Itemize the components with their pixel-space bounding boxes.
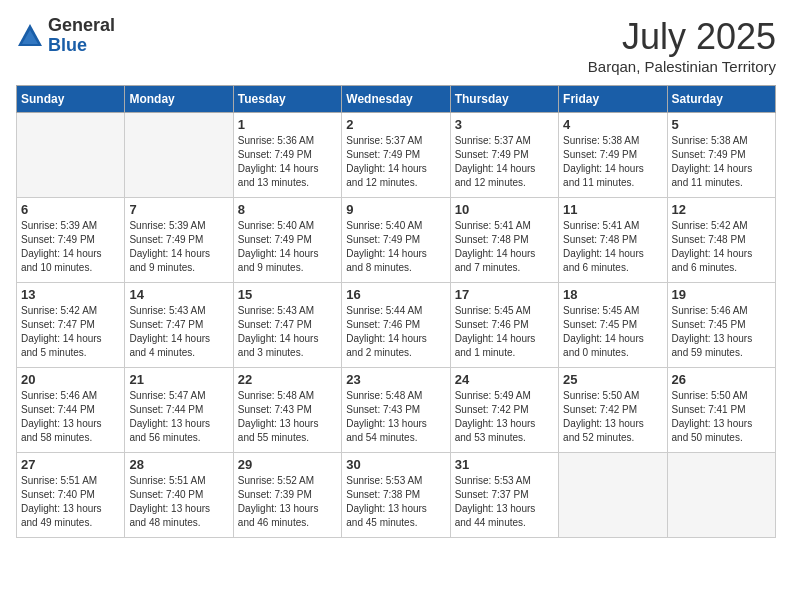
cell-info: Sunrise: 5:50 AMSunset: 7:42 PMDaylight:… — [563, 390, 644, 443]
day-number: 16 — [346, 287, 445, 302]
cell-info: Sunrise: 5:37 AMSunset: 7:49 PMDaylight:… — [346, 135, 427, 188]
cell-info: Sunrise: 5:47 AMSunset: 7:44 PMDaylight:… — [129, 390, 210, 443]
weekday-header-saturday: Saturday — [667, 86, 775, 113]
calendar-week-row: 13Sunrise: 5:42 AMSunset: 7:47 PMDayligh… — [17, 283, 776, 368]
calendar-cell: 15Sunrise: 5:43 AMSunset: 7:47 PMDayligh… — [233, 283, 341, 368]
calendar-cell: 21Sunrise: 5:47 AMSunset: 7:44 PMDayligh… — [125, 368, 233, 453]
day-number: 4 — [563, 117, 662, 132]
title-block: July 2025 Barqan, Palestinian Territory — [588, 16, 776, 75]
calendar-cell: 2Sunrise: 5:37 AMSunset: 7:49 PMDaylight… — [342, 113, 450, 198]
calendar-week-row: 1Sunrise: 5:36 AMSunset: 7:49 PMDaylight… — [17, 113, 776, 198]
day-number: 14 — [129, 287, 228, 302]
cell-info: Sunrise: 5:37 AMSunset: 7:49 PMDaylight:… — [455, 135, 536, 188]
calendar-week-row: 20Sunrise: 5:46 AMSunset: 7:44 PMDayligh… — [17, 368, 776, 453]
day-number: 15 — [238, 287, 337, 302]
weekday-header-monday: Monday — [125, 86, 233, 113]
cell-info: Sunrise: 5:53 AMSunset: 7:37 PMDaylight:… — [455, 475, 536, 528]
cell-info: Sunrise: 5:52 AMSunset: 7:39 PMDaylight:… — [238, 475, 319, 528]
cell-info: Sunrise: 5:39 AMSunset: 7:49 PMDaylight:… — [129, 220, 210, 273]
day-number: 21 — [129, 372, 228, 387]
logo-general-text: General — [48, 16, 115, 36]
month-title: July 2025 — [588, 16, 776, 58]
day-number: 3 — [455, 117, 554, 132]
cell-info: Sunrise: 5:51 AMSunset: 7:40 PMDaylight:… — [129, 475, 210, 528]
calendar-cell — [667, 453, 775, 538]
calendar-cell: 10Sunrise: 5:41 AMSunset: 7:48 PMDayligh… — [450, 198, 558, 283]
cell-info: Sunrise: 5:42 AMSunset: 7:47 PMDaylight:… — [21, 305, 102, 358]
calendar-cell: 14Sunrise: 5:43 AMSunset: 7:47 PMDayligh… — [125, 283, 233, 368]
day-number: 31 — [455, 457, 554, 472]
calendar-cell: 23Sunrise: 5:48 AMSunset: 7:43 PMDayligh… — [342, 368, 450, 453]
weekday-header-wednesday: Wednesday — [342, 86, 450, 113]
cell-info: Sunrise: 5:45 AMSunset: 7:46 PMDaylight:… — [455, 305, 536, 358]
day-number: 22 — [238, 372, 337, 387]
calendar-cell: 7Sunrise: 5:39 AMSunset: 7:49 PMDaylight… — [125, 198, 233, 283]
weekday-header-row: SundayMondayTuesdayWednesdayThursdayFrid… — [17, 86, 776, 113]
logo: General Blue — [16, 16, 115, 56]
calendar-cell: 3Sunrise: 5:37 AMSunset: 7:49 PMDaylight… — [450, 113, 558, 198]
cell-info: Sunrise: 5:43 AMSunset: 7:47 PMDaylight:… — [238, 305, 319, 358]
cell-info: Sunrise: 5:36 AMSunset: 7:49 PMDaylight:… — [238, 135, 319, 188]
day-number: 26 — [672, 372, 771, 387]
calendar-cell: 20Sunrise: 5:46 AMSunset: 7:44 PMDayligh… — [17, 368, 125, 453]
day-number: 13 — [21, 287, 120, 302]
calendar-cell: 4Sunrise: 5:38 AMSunset: 7:49 PMDaylight… — [559, 113, 667, 198]
calendar-week-row: 6Sunrise: 5:39 AMSunset: 7:49 PMDaylight… — [17, 198, 776, 283]
cell-info: Sunrise: 5:51 AMSunset: 7:40 PMDaylight:… — [21, 475, 102, 528]
cell-info: Sunrise: 5:45 AMSunset: 7:45 PMDaylight:… — [563, 305, 644, 358]
weekday-header-tuesday: Tuesday — [233, 86, 341, 113]
calendar-cell: 9Sunrise: 5:40 AMSunset: 7:49 PMDaylight… — [342, 198, 450, 283]
cell-info: Sunrise: 5:40 AMSunset: 7:49 PMDaylight:… — [238, 220, 319, 273]
calendar-cell: 8Sunrise: 5:40 AMSunset: 7:49 PMDaylight… — [233, 198, 341, 283]
cell-info: Sunrise: 5:39 AMSunset: 7:49 PMDaylight:… — [21, 220, 102, 273]
weekday-header-friday: Friday — [559, 86, 667, 113]
logo-blue-text: Blue — [48, 36, 115, 56]
cell-info: Sunrise: 5:42 AMSunset: 7:48 PMDaylight:… — [672, 220, 753, 273]
day-number: 9 — [346, 202, 445, 217]
calendar-cell: 18Sunrise: 5:45 AMSunset: 7:45 PMDayligh… — [559, 283, 667, 368]
cell-info: Sunrise: 5:43 AMSunset: 7:47 PMDaylight:… — [129, 305, 210, 358]
calendar-cell: 16Sunrise: 5:44 AMSunset: 7:46 PMDayligh… — [342, 283, 450, 368]
calendar-cell: 5Sunrise: 5:38 AMSunset: 7:49 PMDaylight… — [667, 113, 775, 198]
day-number: 28 — [129, 457, 228, 472]
calendar-cell — [559, 453, 667, 538]
calendar-cell: 12Sunrise: 5:42 AMSunset: 7:48 PMDayligh… — [667, 198, 775, 283]
day-number: 30 — [346, 457, 445, 472]
day-number: 19 — [672, 287, 771, 302]
day-number: 1 — [238, 117, 337, 132]
day-number: 23 — [346, 372, 445, 387]
day-number: 10 — [455, 202, 554, 217]
cell-info: Sunrise: 5:38 AMSunset: 7:49 PMDaylight:… — [563, 135, 644, 188]
day-number: 27 — [21, 457, 120, 472]
day-number: 29 — [238, 457, 337, 472]
day-number: 7 — [129, 202, 228, 217]
day-number: 6 — [21, 202, 120, 217]
calendar-cell: 19Sunrise: 5:46 AMSunset: 7:45 PMDayligh… — [667, 283, 775, 368]
day-number: 2 — [346, 117, 445, 132]
day-number: 11 — [563, 202, 662, 217]
cell-info: Sunrise: 5:41 AMSunset: 7:48 PMDaylight:… — [563, 220, 644, 273]
calendar-cell: 27Sunrise: 5:51 AMSunset: 7:40 PMDayligh… — [17, 453, 125, 538]
calendar-cell: 6Sunrise: 5:39 AMSunset: 7:49 PMDaylight… — [17, 198, 125, 283]
cell-info: Sunrise: 5:46 AMSunset: 7:45 PMDaylight:… — [672, 305, 753, 358]
calendar-cell: 26Sunrise: 5:50 AMSunset: 7:41 PMDayligh… — [667, 368, 775, 453]
calendar-cell: 31Sunrise: 5:53 AMSunset: 7:37 PMDayligh… — [450, 453, 558, 538]
cell-info: Sunrise: 5:48 AMSunset: 7:43 PMDaylight:… — [238, 390, 319, 443]
day-number: 20 — [21, 372, 120, 387]
cell-info: Sunrise: 5:40 AMSunset: 7:49 PMDaylight:… — [346, 220, 427, 273]
calendar-cell: 30Sunrise: 5:53 AMSunset: 7:38 PMDayligh… — [342, 453, 450, 538]
calendar-cell: 17Sunrise: 5:45 AMSunset: 7:46 PMDayligh… — [450, 283, 558, 368]
cell-info: Sunrise: 5:41 AMSunset: 7:48 PMDaylight:… — [455, 220, 536, 273]
weekday-header-sunday: Sunday — [17, 86, 125, 113]
calendar-cell: 29Sunrise: 5:52 AMSunset: 7:39 PMDayligh… — [233, 453, 341, 538]
calendar-table: SundayMondayTuesdayWednesdayThursdayFrid… — [16, 85, 776, 538]
calendar-cell: 22Sunrise: 5:48 AMSunset: 7:43 PMDayligh… — [233, 368, 341, 453]
cell-info: Sunrise: 5:48 AMSunset: 7:43 PMDaylight:… — [346, 390, 427, 443]
day-number: 17 — [455, 287, 554, 302]
location: Barqan, Palestinian Territory — [588, 58, 776, 75]
day-number: 25 — [563, 372, 662, 387]
cell-info: Sunrise: 5:46 AMSunset: 7:44 PMDaylight:… — [21, 390, 102, 443]
calendar-cell: 25Sunrise: 5:50 AMSunset: 7:42 PMDayligh… — [559, 368, 667, 453]
day-number: 24 — [455, 372, 554, 387]
weekday-header-thursday: Thursday — [450, 86, 558, 113]
